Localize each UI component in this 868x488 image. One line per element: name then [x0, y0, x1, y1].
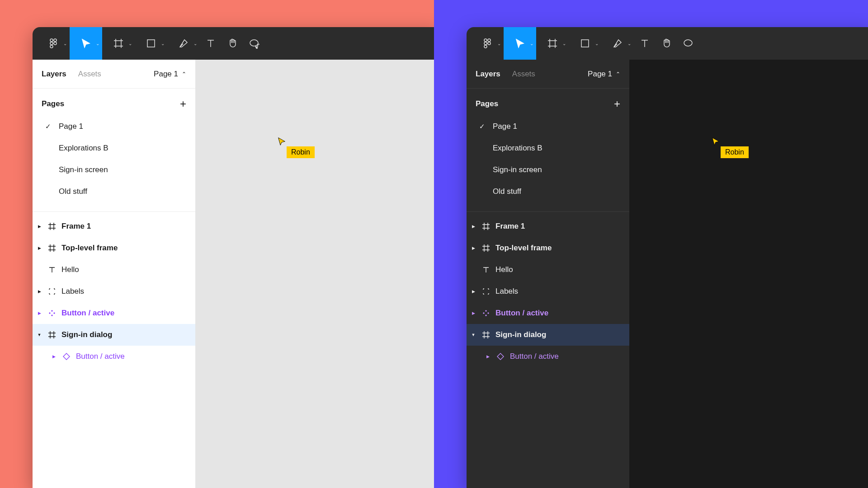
check-icon [45, 122, 52, 131]
tab-assets[interactable]: Assets [78, 70, 101, 79]
canvas[interactable]: Robin [629, 60, 868, 488]
layer-item[interactable]: Button / active [33, 302, 195, 324]
tab-assets[interactable]: Assets [512, 70, 535, 79]
disclosure-icon[interactable] [36, 333, 42, 337]
comment-tool[interactable] [677, 27, 699, 60]
layer-item[interactable]: Frame 1 [467, 216, 629, 237]
chevron-down-icon: ⌄ [96, 41, 99, 46]
page-item[interactable]: Explorations B [33, 137, 195, 159]
tab-layers[interactable]: Layers [476, 70, 500, 79]
group-icon [47, 286, 57, 296]
layer-item[interactable]: Button / active [467, 302, 629, 324]
disclosure-icon[interactable] [470, 246, 476, 250]
disclosure-icon[interactable] [470, 311, 476, 315]
layer-item[interactable]: Labels [33, 281, 195, 302]
page-item[interactable]: Old stuff [33, 181, 195, 202]
frame-icon [47, 221, 57, 231]
move-tool[interactable]: ⌄ [504, 27, 536, 60]
disclosure-icon[interactable] [36, 224, 42, 229]
chevron-down-icon: ⌄ [161, 41, 165, 46]
chevron-down-icon: ⌄ [128, 41, 132, 46]
layer-item[interactable]: Top-level frame [467, 237, 629, 259]
toolbar: ⌄ ⌄ ⌄ ⌄ ⌄ [33, 27, 439, 60]
svg-point-1 [54, 39, 57, 42]
chevron-down-icon: ⌄ [193, 41, 197, 46]
layer-list: Frame 1 Top-level frame Hello Labels But… [467, 212, 629, 367]
canvas[interactable]: Robin [195, 60, 439, 488]
svg-point-4 [50, 45, 53, 48]
pen-tool[interactable]: ⌄ [601, 27, 634, 60]
frame-icon [47, 330, 57, 340]
disclosure-icon[interactable] [470, 289, 476, 294]
svg-point-6 [250, 40, 258, 46]
layer-item[interactable]: Sign-in dialog [467, 324, 629, 346]
layer-item[interactable]: Button / active [33, 346, 195, 367]
layer-list: Frame 1 Top-level frame Hello Labels But… [33, 212, 195, 367]
page-item[interactable]: Sign-in screen [33, 159, 195, 181]
frame-tool[interactable]: ⌄ [102, 27, 135, 60]
instance-icon [495, 352, 505, 361]
page-selector[interactable]: Page 1⌃ [154, 70, 186, 79]
chevron-down-icon: ⌄ [595, 41, 599, 46]
pages-header: Pages [476, 99, 498, 108]
frame-icon [47, 243, 57, 253]
disclosure-icon[interactable] [470, 333, 476, 337]
shape-tool[interactable]: ⌄ [569, 27, 601, 60]
disclosure-icon[interactable] [51, 354, 57, 359]
shape-tool[interactable]: ⌄ [135, 27, 167, 60]
page-list: Page 1 Explorations B Sign-in screen Old… [467, 116, 629, 212]
collaborator-label: Robin [287, 146, 315, 158]
chevron-down-icon: ⌄ [497, 41, 501, 46]
add-page-button[interactable]: + [614, 98, 620, 110]
chevron-down-icon: ⌄ [530, 41, 533, 46]
layer-item[interactable]: Sign-in dialog [33, 324, 195, 346]
chevron-down-icon: ⌄ [562, 41, 566, 46]
frame-tool[interactable]: ⌄ [536, 27, 569, 60]
text-tool[interactable] [200, 27, 222, 60]
collaborator-label: Robin [721, 146, 749, 158]
page-list: Page 1 Explorations B Sign-in screen Old… [33, 116, 195, 212]
text-icon [481, 265, 491, 275]
layer-item[interactable]: Frame 1 [33, 216, 195, 237]
svg-point-11 [484, 45, 487, 48]
frame-icon [481, 221, 491, 231]
layer-item[interactable]: Hello [467, 259, 629, 281]
pen-tool[interactable]: ⌄ [167, 27, 200, 60]
hand-tool[interactable] [656, 27, 677, 60]
chevron-down-icon: ⌄ [63, 41, 67, 46]
comment-tool[interactable] [243, 27, 265, 60]
group-icon [481, 286, 491, 296]
page-item[interactable]: Old stuff [467, 181, 629, 202]
hand-tool[interactable] [222, 27, 243, 60]
move-tool[interactable]: ⌄ [70, 27, 102, 60]
layer-item[interactable]: Labels [467, 281, 629, 302]
figma-menu[interactable]: ⌄ [37, 27, 70, 60]
figma-menu[interactable]: ⌄ [471, 27, 504, 60]
instance-icon [61, 352, 71, 361]
disclosure-icon[interactable] [36, 311, 42, 315]
add-page-button[interactable]: + [180, 98, 186, 110]
disclosure-icon[interactable] [36, 289, 42, 294]
layers-panel: Layers Assets Page 1⌃ Pages + Page 1 Exp… [33, 60, 195, 488]
frame-icon [481, 243, 491, 253]
disclosure-icon[interactable] [36, 246, 42, 250]
svg-rect-5 [147, 40, 155, 47]
page-selector[interactable]: Page 1⌃ [588, 70, 620, 79]
layer-item[interactable]: Button / active [467, 346, 629, 367]
disclosure-icon[interactable] [485, 354, 491, 359]
component-icon [47, 308, 57, 318]
svg-point-10 [488, 42, 491, 45]
layers-panel: Layers Assets Page 1⌃ Pages + Page 1 Exp… [467, 60, 629, 488]
disclosure-icon[interactable] [470, 224, 476, 229]
page-item[interactable]: Sign-in screen [467, 159, 629, 181]
page-item[interactable]: Explorations B [467, 137, 629, 159]
layer-item[interactable]: Hello [33, 259, 195, 281]
svg-rect-12 [581, 40, 589, 47]
text-tool[interactable] [634, 27, 656, 60]
cursor-icon [277, 136, 287, 146]
page-item[interactable]: Page 1 [33, 116, 195, 137]
layer-item[interactable]: Top-level frame [33, 237, 195, 259]
page-item[interactable]: Page 1 [467, 116, 629, 137]
frame-icon [481, 330, 491, 340]
tab-layers[interactable]: Layers [42, 70, 66, 79]
